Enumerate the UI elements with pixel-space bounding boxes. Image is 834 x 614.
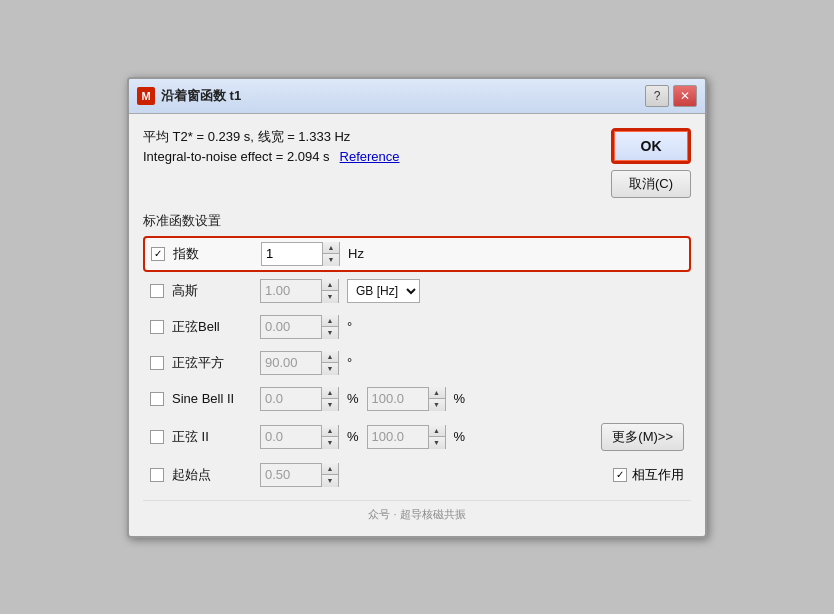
dropdown-gaussian[interactable]: GB [Hz]	[347, 279, 420, 303]
input-sine-bell-ii-1	[261, 388, 321, 410]
watermark: 众号 · 超导核磁共振	[143, 500, 691, 522]
spinbox-start-point: ▲ ▼	[260, 463, 339, 487]
spinbox-sine-bell-sq: ▲ ▼	[260, 351, 339, 375]
spinbox-sine-bell-ii-1: ▲ ▼	[260, 387, 339, 411]
label-start-point: 起始点	[172, 466, 252, 484]
reference-link[interactable]: Reference	[340, 149, 400, 164]
spinbox-arrows-sine-ii-1: ▲ ▼	[321, 425, 338, 449]
input-start-point	[261, 464, 321, 486]
spinbox-sine-ii-1: ▲ ▼	[260, 425, 339, 449]
title-bar-left: M 沿着窗函数 t1	[137, 87, 241, 105]
mutual-action-text: 相互作用	[632, 466, 684, 484]
spinbox-arrows-sine-bell: ▲ ▼	[321, 315, 338, 339]
spin-down-gaussian[interactable]: ▼	[322, 291, 338, 303]
row-exponential: ✓ 指数 ▲ ▼ Hz	[143, 236, 691, 272]
spin-down-exponential[interactable]: ▼	[323, 254, 339, 266]
spinbox-sine-bell-ii-2: ▲ ▼	[367, 387, 446, 411]
label-gaussian: 高斯	[172, 282, 252, 300]
spin-up-exponential[interactable]: ▲	[323, 242, 339, 254]
label-sine-bell: 正弦Bell	[172, 318, 252, 336]
title-bar: M 沿着窗函数 t1 ? ✕	[129, 79, 705, 114]
input-sine-bell-sq	[261, 352, 321, 374]
spinbox-arrows-sine-bell-sq: ▲ ▼	[321, 351, 338, 375]
spinbox-sine-bell: ▲ ▼	[260, 315, 339, 339]
spin-down-sine-ii-2[interactable]: ▼	[429, 437, 445, 449]
label-sine-ii: 正弦 II	[172, 428, 252, 446]
input-gaussian	[261, 280, 321, 302]
spin-down-sine-ii-1[interactable]: ▼	[322, 437, 338, 449]
spin-up-sine-bell-ii-2[interactable]: ▲	[429, 387, 445, 399]
info-line-1: 平均 T2* = 0.239 s, 线宽 = 1.333 Hz	[143, 128, 595, 146]
help-button[interactable]: ?	[645, 85, 669, 107]
spin-up-sine-ii-1[interactable]: ▲	[322, 425, 338, 437]
checkbox-sine-bell-ii[interactable]	[150, 392, 164, 406]
spin-down-start-point[interactable]: ▼	[322, 475, 338, 487]
spin-down-sine-bell-sq[interactable]: ▼	[322, 363, 338, 375]
window-title: 沿着窗函数 t1	[161, 87, 241, 105]
input-sine-bell	[261, 316, 321, 338]
spin-up-sine-bell[interactable]: ▲	[322, 315, 338, 327]
spin-up-sine-bell-sq[interactable]: ▲	[322, 351, 338, 363]
spinbox-arrows-gaussian: ▲ ▼	[321, 279, 338, 303]
row-sine-bell-ii: Sine Bell II ▲ ▼ % ▲ ▼ %	[143, 382, 691, 416]
label-sine-bell-sq: 正弦平方	[172, 354, 252, 372]
unit-sine-bell-ii-1: %	[347, 391, 359, 406]
checkbox-gaussian[interactable]	[150, 284, 164, 298]
checkbox-sine-bell[interactable]	[150, 320, 164, 334]
spinbox-arrows-sine-ii-2: ▲ ▼	[428, 425, 445, 449]
section-label: 标准函数设置	[143, 212, 691, 230]
unit-sine-bell-sq: °	[347, 355, 352, 370]
cancel-button[interactable]: 取消(C)	[611, 170, 691, 198]
ok-cancel-section: OK 取消(C)	[611, 128, 691, 198]
main-window: M 沿着窗函数 t1 ? ✕ 平均 T2* = 0.239 s, 线宽 = 1.…	[127, 77, 707, 538]
checkbox-start-point[interactable]	[150, 468, 164, 482]
spinbox-arrows-sine-bell-ii-2: ▲ ▼	[428, 387, 445, 411]
row-sine-bell-sq: 正弦平方 ▲ ▼ °	[143, 346, 691, 380]
input-sine-bell-ii-2	[368, 388, 428, 410]
row-sine-bell: 正弦Bell ▲ ▼ °	[143, 310, 691, 344]
spin-up-sine-bell-ii-1[interactable]: ▲	[322, 387, 338, 399]
more-button[interactable]: 更多(M)>>	[601, 423, 684, 451]
spinbox-gaussian: ▲ ▼	[260, 279, 339, 303]
unit-sine-ii-2: %	[454, 429, 466, 444]
spinbox-arrows-start-point: ▲ ▼	[321, 463, 338, 487]
input-sine-ii-1	[261, 426, 321, 448]
label-exponential: 指数	[173, 245, 253, 263]
spin-up-start-point[interactable]: ▲	[322, 463, 338, 475]
spin-down-sine-bell-ii-1[interactable]: ▼	[322, 399, 338, 411]
input-exponential[interactable]	[262, 243, 322, 265]
unit-exponential: Hz	[348, 246, 364, 261]
spinbox-arrows-sine-bell-ii-1: ▲ ▼	[321, 387, 338, 411]
spin-up-gaussian[interactable]: ▲	[322, 279, 338, 291]
checkbox-sine-ii[interactable]	[150, 430, 164, 444]
checkbox-mutual-action[interactable]: ✓	[613, 468, 627, 482]
info-text: 平均 T2* = 0.239 s, 线宽 = 1.333 Hz Integral…	[143, 128, 595, 167]
ok-button[interactable]: OK	[611, 128, 691, 164]
spin-down-sine-bell[interactable]: ▼	[322, 327, 338, 339]
label-sine-bell-ii: Sine Bell II	[172, 391, 252, 406]
info-section: 平均 T2* = 0.239 s, 线宽 = 1.333 Hz Integral…	[143, 128, 691, 198]
window-body: 平均 T2* = 0.239 s, 线宽 = 1.333 Hz Integral…	[129, 114, 705, 536]
checkbox-exponential[interactable]: ✓	[151, 247, 165, 261]
spin-up-sine-ii-2[interactable]: ▲	[429, 425, 445, 437]
info-line-2: Integral-to-noise effect = 2.094 s Refer…	[143, 149, 595, 164]
input-sine-ii-2	[368, 426, 428, 448]
spinbox-arrows-exponential: ▲ ▼	[322, 242, 339, 266]
spinbox-exponential: ▲ ▼	[261, 242, 340, 266]
row-sine-ii: 正弦 II ▲ ▼ % ▲ ▼ % 更多(M)>>	[143, 418, 691, 456]
spin-down-sine-bell-ii-2[interactable]: ▼	[429, 399, 445, 411]
title-bar-controls: ? ✕	[645, 85, 697, 107]
unit-sine-bell-ii-2: %	[454, 391, 466, 406]
unit-sine-bell: °	[347, 319, 352, 334]
spinbox-sine-ii-2: ▲ ▼	[367, 425, 446, 449]
checkbox-sine-bell-sq[interactable]	[150, 356, 164, 370]
close-button[interactable]: ✕	[673, 85, 697, 107]
row-gaussian: 高斯 ▲ ▼ GB [Hz]	[143, 274, 691, 308]
mutual-action-label: ✓ 相互作用	[613, 466, 684, 484]
unit-sine-ii-1: %	[347, 429, 359, 444]
row-start-point: 起始点 ▲ ▼ ✓ 相互作用	[143, 458, 691, 492]
app-icon: M	[137, 87, 155, 105]
